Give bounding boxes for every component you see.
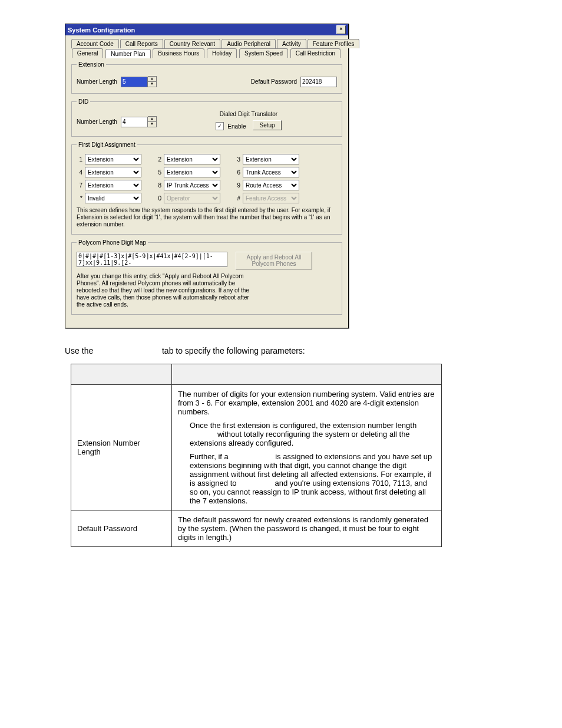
tab-activity[interactable]: Activity [277,39,306,48]
digit-assignment-select[interactable]: Extension [164,154,220,164]
chevron-down-icon[interactable]: ▼ [148,122,156,127]
tab-audio-peripheral[interactable]: Audio Peripheral [222,39,276,48]
digit-label: 0 [156,195,161,202]
digit-label: 5 [156,169,161,176]
digit-assignment-select[interactable]: Extension [85,180,141,190]
parameters-table: Extension Number Length The number of di… [71,364,442,547]
param-desc-note1: Once the first extension is configured, … [190,421,435,447]
fda-legend: First Digit Assignment [77,141,137,148]
digit-assignment-select[interactable]: Route Access [243,180,299,190]
param-default-password-desc: The default password for newly created e… [172,510,442,547]
tab-holiday[interactable]: Holiday [207,48,237,58]
tab-call-reports[interactable]: Call Reports [120,39,163,48]
digit-assignment-select[interactable]: IP Trunk Access [164,180,220,190]
tab-call-restriction[interactable]: Call Restriction [290,48,340,58]
extension-legend: Extension [77,61,106,68]
param-default-password: Default Password [71,510,172,547]
table-row: Default Password The default password fo… [71,510,442,547]
tab-country-relevant[interactable]: Country Relevant [164,39,220,48]
digit-label: 2 [156,156,161,163]
enable-label: Enable [227,123,246,130]
ddt-label: Dialed Digit Translator [160,111,337,117]
digit-assignment-select[interactable]: Extension [164,167,220,177]
digit-label: 1 [77,156,82,163]
digit-label: 4 [77,169,82,176]
tab-account-code[interactable]: Account Code [71,39,119,48]
ext-number-length-input[interactable] [121,77,148,87]
tab-business-hours[interactable]: Business Hours [153,48,204,58]
did-number-length-label: Number Length [77,118,117,125]
did-legend: DID [77,98,90,105]
tab-feature-profiles[interactable]: Feature Profiles [308,39,360,48]
did-group: DID Number Length ▲ ▼ Dialed Di [71,98,342,137]
digit-label: 8 [156,182,161,189]
digit-label: 9 [234,182,240,189]
digit-label: # [234,195,240,202]
polycom-group: Polycom Phone Digit Map 0|#|#|#[1-3]x|#[… [71,239,342,315]
table-header-desc [172,364,442,385]
default-password-label: Default Password [251,78,297,85]
digit-label: 6 [234,169,240,176]
param-desc-line1: The number of digits for your extension … [178,390,435,416]
tab-general[interactable]: General [72,48,104,58]
chevron-up-icon[interactable]: ▲ [148,117,156,122]
first-digit-assignment-group: First Digit Assignment 1Extension2Extens… [71,141,342,235]
chevron-down-icon[interactable]: ▼ [148,82,156,87]
digit-assignment-select[interactable]: Operator [164,193,220,203]
digit-assignment-select[interactable]: Extension [85,167,141,177]
digit-assignment-select[interactable]: Trunk Access [243,167,299,177]
param-extension-number-length: Extension Number Length [71,385,172,510]
default-password-input[interactable] [300,77,337,87]
ext-number-length-spinner[interactable]: ▲ ▼ [148,76,157,87]
enable-checkbox[interactable]: ✓ [216,122,224,130]
digit-assignment-select[interactable]: Invalid [85,193,141,203]
system-configuration-dialog: System Configuration × Account Code Call… [65,24,349,328]
digit-label: 3 [234,156,240,163]
fda-description: This screen defines how the system respo… [77,207,337,228]
table-row: Extension Number Length The number of di… [71,385,442,510]
polycom-note: After you change this entry, click "Appl… [77,273,253,308]
digit-label: * [77,195,82,202]
tab-strip: Account Code Call Reports Country Releva… [71,39,342,58]
param-desc-note2: Further, if a is assigned to extensions … [190,452,435,505]
window-title: System Configuration [68,27,135,34]
digit-label: 7 [77,182,82,189]
check-icon: ✓ [217,123,222,129]
digit-assignment-select[interactable]: Feature Access [243,193,299,203]
digit-assignment-select[interactable]: Extension [85,154,141,164]
setup-button[interactable]: Setup [253,120,281,130]
tab-number-plan[interactable]: Number Plan [105,49,150,58]
titlebar: System Configuration × [65,24,348,35]
digit-assignment-select[interactable]: Extension [243,154,299,164]
did-number-length-input[interactable] [121,117,148,127]
apply-reboot-button[interactable]: Apply and Reboot All Polycom Phones [236,252,312,269]
tab-system-speed[interactable]: System Speed [239,48,288,58]
chevron-up-icon[interactable]: ▲ [148,77,156,82]
table-header-param [71,364,172,385]
did-number-length-spinner[interactable]: ▲ ▼ [148,116,157,127]
ext-number-length-label: Number Length [77,78,117,85]
intro-text: Use the tab to specify the following par… [65,346,497,355]
extension-group: Extension Number Length ▲ ▼ Def [71,61,342,94]
polycom-legend: Polycom Phone Digit Map [77,239,148,246]
digit-map-textarea[interactable]: 0|#|#|#[1-3]x|#[5-9]x|#41x|#4[2-9]|[1-7]… [77,252,227,267]
close-icon[interactable]: × [336,25,346,34]
